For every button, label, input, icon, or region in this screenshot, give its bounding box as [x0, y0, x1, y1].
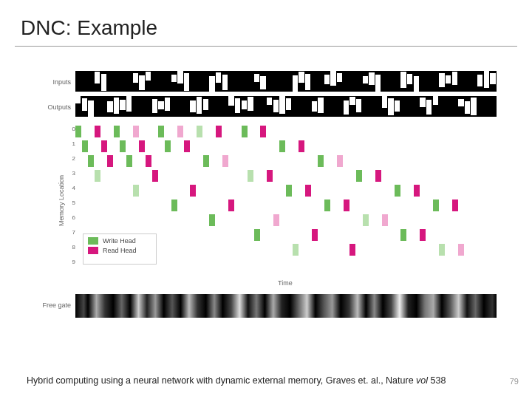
memory-cell — [439, 244, 445, 256]
memory-cell — [184, 140, 190, 152]
memory-cell — [452, 200, 458, 211]
memory-cell — [203, 155, 209, 167]
memory-cell — [337, 155, 343, 167]
page-number: 79 — [510, 377, 519, 386]
memory-cell — [375, 170, 381, 182]
memory-cell — [356, 170, 362, 182]
outputs-label: Outputs — [41, 103, 71, 111]
legend-write-label: Write Head — [103, 237, 136, 245]
read-swatch — [88, 247, 98, 254]
memory-cell — [209, 214, 215, 226]
memory-cell — [318, 155, 324, 167]
outputs-strip — [75, 96, 497, 117]
memory-cell — [95, 170, 100, 182]
write-swatch — [88, 237, 98, 245]
memory-cell — [177, 126, 183, 137]
memory-axis-label: Memory Location — [58, 175, 65, 226]
memory-cell — [95, 126, 100, 137]
memory-cell — [158, 126, 164, 137]
memory-cell — [414, 185, 420, 197]
memory-cell — [286, 185, 292, 197]
memory-cell — [420, 229, 426, 241]
memory-cell — [349, 244, 355, 256]
memory-cell — [458, 244, 464, 256]
memory-cell — [88, 155, 94, 167]
dnc-figure: Inputs Outputs Memory Location 012345678… — [41, 71, 499, 337]
citation-volume: 538 — [431, 375, 446, 386]
citation-text: Hybrid computing using a neural network … — [27, 375, 416, 386]
memory-cell — [299, 140, 304, 152]
memory-cell — [120, 140, 126, 152]
mem-y-tick: 6 — [69, 214, 75, 221]
slide-title: DNC: Example — [21, 16, 157, 40]
memory-cell — [165, 140, 171, 152]
time-axis-label: Time — [278, 279, 293, 287]
title-underline — [15, 46, 517, 47]
memory-cell — [363, 214, 369, 226]
memory-cell — [75, 126, 81, 137]
mem-y-tick: 3 — [69, 170, 75, 177]
memory-cell — [324, 200, 330, 211]
memory-cell — [293, 244, 299, 256]
memory-cell — [248, 170, 253, 182]
memory-cell — [433, 200, 439, 211]
memory-cell — [216, 126, 222, 137]
memory-cell — [107, 155, 113, 167]
freegate-strip — [75, 294, 497, 318]
memory-cell — [197, 126, 202, 137]
mem-y-tick: 9 — [69, 259, 75, 265]
legend: Write Head Read Head — [83, 233, 157, 265]
mem-y-tick: 5 — [69, 200, 75, 206]
citation: Hybrid computing using a neural network … — [27, 375, 446, 386]
memory-cell — [242, 126, 248, 137]
memory-cell — [101, 140, 107, 152]
memory-cell — [222, 155, 228, 167]
memory-cell — [114, 126, 120, 137]
citation-vol-label: vol — [416, 375, 430, 386]
memory-cell — [228, 200, 234, 211]
memory-cell — [312, 229, 318, 241]
memory-cell — [126, 155, 132, 167]
legend-write: Write Head — [88, 237, 151, 245]
memory-cell — [190, 185, 196, 197]
memory-cell — [254, 229, 260, 241]
mem-y-tick: 1 — [69, 140, 75, 147]
memory-cell — [133, 185, 139, 197]
legend-read-label: Read Head — [103, 247, 137, 254]
memory-cell — [382, 214, 388, 226]
memory-cell — [395, 185, 400, 197]
memory-cell — [260, 126, 266, 137]
memory-cell — [267, 170, 273, 182]
inputs-label: Inputs — [41, 78, 71, 86]
memory-cell — [133, 126, 139, 137]
memory-cell — [279, 140, 285, 152]
memory-cell — [146, 155, 151, 167]
memory-cell — [171, 200, 177, 211]
mem-y-tick: 0 — [69, 126, 75, 132]
inputs-strip — [75, 71, 497, 92]
memory-cell — [305, 185, 311, 197]
memory-cell — [344, 200, 349, 211]
mem-y-tick: 7 — [69, 229, 75, 236]
memory-cell — [152, 170, 158, 182]
memory-cell — [139, 140, 145, 152]
memory-cell — [82, 140, 88, 152]
mem-y-tick: 8 — [69, 244, 75, 250]
memory-cell — [273, 214, 279, 226]
memory-cell — [400, 229, 406, 241]
mem-y-tick: 4 — [69, 185, 75, 191]
mem-y-tick: 2 — [69, 155, 75, 162]
legend-read: Read Head — [88, 247, 151, 254]
freegate-label: Free gate — [37, 301, 71, 309]
